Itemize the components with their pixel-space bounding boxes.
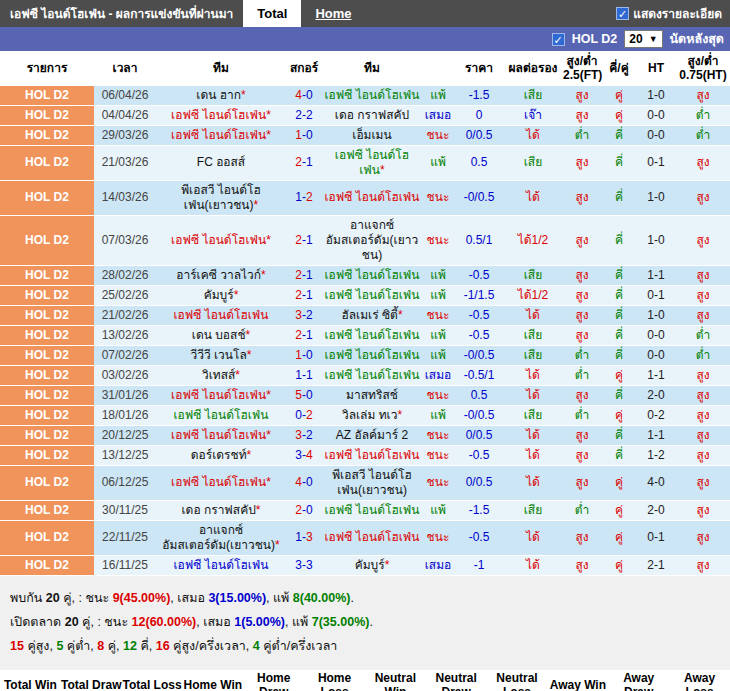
score-cell: 1-3: [286, 520, 322, 555]
stats-header: Neutral Win: [365, 670, 426, 691]
over-under-ft-cell: ต่ำ: [562, 405, 602, 425]
league-cell: HOL D2: [0, 145, 94, 180]
stats-header: Neutral Draw: [426, 670, 487, 691]
title-bar: เอฟซี ไอนด์โฮเฟ่น - ผลการแข่งขันที่ผ่านม…: [0, 0, 730, 27]
odd-even-cell: คี่: [602, 425, 636, 445]
team2-cell[interactable]: AZ อัลค์มาร์ 2: [322, 425, 422, 445]
over-under-ht-cell: สูง: [676, 365, 730, 385]
team1-cell[interactable]: เอฟซี ไอนด์โฮเฟ่น: [156, 405, 286, 425]
team2-cell[interactable]: มาสทริสช์: [322, 385, 422, 405]
team1-cell[interactable]: คัมบูร์*: [156, 285, 286, 305]
league-cell: HOL D2: [0, 265, 94, 285]
tab-total[interactable]: Total: [243, 0, 301, 27]
stats-header: Home Win: [182, 670, 243, 691]
date-cell: 22/11/25: [94, 520, 156, 555]
team1-cell[interactable]: เอฟซี ไอนด์โฮเฟ่น*: [156, 105, 286, 125]
odd-even-cell: คู่: [602, 105, 636, 125]
team1-cell[interactable]: เอฟซี ไอนด์โฮเฟ่น*: [156, 385, 286, 405]
score-cell: 1-0: [286, 125, 322, 145]
team2-cell[interactable]: เอฟซี ไอนด์โฮเฟ่น: [322, 180, 422, 215]
team2-cell[interactable]: เอฟซี ไอนด์โฮเฟ่น: [322, 520, 422, 555]
team2-cell[interactable]: ฮัลเมเร่ ซิตี้*: [322, 305, 422, 325]
league-cell: HOL D2: [0, 365, 94, 385]
handicap-result-cell: เสีย: [504, 86, 562, 106]
team2-cell[interactable]: พีเอสวี ไอนด์โฮเฟ่น(เยาวชน): [322, 465, 422, 500]
summary-segment: , เสมอ: [196, 615, 234, 629]
league-cell: HOL D2: [0, 105, 94, 125]
date-cell: 06/04/26: [94, 86, 156, 106]
match-count-select[interactable]: 20 ▼: [624, 30, 662, 48]
date-cell: 30/11/25: [94, 500, 156, 520]
over-under-ft-cell: สูง: [562, 215, 602, 265]
handicap-price-cell: 0.5/1: [454, 215, 504, 265]
handicap-result-cell: เสีย: [504, 325, 562, 345]
over-under-ht-cell: ต่ำ: [676, 325, 730, 345]
tab-home[interactable]: Home: [301, 0, 365, 27]
team2-cell[interactable]: วิลเล่ม ทเว*: [322, 405, 422, 425]
handicap-price-cell: -0/0.5: [454, 345, 504, 365]
team2-cell[interactable]: คัมบูร์*: [322, 555, 422, 575]
team1-cell[interactable]: วีวีวี เวนโล*: [156, 345, 286, 365]
team1-cell[interactable]: FC ออสส์: [156, 145, 286, 180]
stats-header: Home Draw: [243, 670, 304, 691]
team2-cell[interactable]: เอฟซี ไอนด์โฮเฟ่น: [322, 325, 422, 345]
show-details-checkbox[interactable]: ✓: [616, 7, 629, 20]
team2-cell[interactable]: เอฟซี ไอนด์โฮเฟ่น: [322, 365, 422, 385]
handicap-price-cell: 0: [454, 105, 504, 125]
column-header: คี่/คู่: [602, 51, 636, 86]
ht-score-cell: 2-1: [636, 555, 676, 575]
over-under-ht-cell: สูง: [676, 385, 730, 405]
result-cell: ชนะ: [422, 385, 454, 405]
odd-even-cell: คี่: [602, 305, 636, 325]
team2-cell[interactable]: เดอ กราฟสคัป: [322, 105, 422, 125]
team1-cell[interactable]: เดอ กราฟสคัป*: [156, 500, 286, 520]
team1-cell[interactable]: ดอร์เดรชท์*: [156, 445, 286, 465]
summary-line-2: เปิดตลาด 20 คู่, : ชนะ 12(60.00%), เสมอ …: [10, 612, 720, 632]
team1-cell[interactable]: วิเทสส์*: [156, 365, 286, 385]
league-checkbox[interactable]: ✓: [552, 33, 565, 46]
match-row: HOL D2 29/03/26 เอฟซี ไอนด์โฮเฟ่น* 1-0 เ…: [0, 125, 730, 145]
team1-cell[interactable]: เดน บอสช์*: [156, 325, 286, 345]
result-cell: ชนะ: [422, 125, 454, 145]
team1-cell[interactable]: เอฟซี ไอนด์โฮเฟ่น*: [156, 125, 286, 145]
summary-segment: .: [369, 615, 372, 629]
team1-cell[interactable]: เอฟซี ไอนด์โฮเฟ่น*: [156, 425, 286, 445]
results-header-row: รายการเวลาทีมสกอร์ทีมราคาผลต่อรองสูง/ต่ำ…: [0, 51, 730, 86]
team1-cell[interactable]: เดน ฮาก*: [156, 86, 286, 106]
team1-cell[interactable]: เอฟซี ไอนด์โฮเฟ่น*: [156, 465, 286, 500]
column-header: [422, 51, 454, 86]
team1-cell[interactable]: อาแจกซ์ อัมสเตอร์ดัม(เยาวชน)*: [156, 520, 286, 555]
team2-cell[interactable]: เอฟซี ไอนด์โฮเฟ่น: [322, 86, 422, 106]
summary-segment: 9(45.00%): [113, 591, 171, 605]
team1-cell[interactable]: อาร์เคซี วาลไวก์*: [156, 265, 286, 285]
page: เอฟซี ไอนด์โฮเฟ่น - ผลการแข่งขันที่ผ่านม…: [0, 0, 730, 691]
team2-cell[interactable]: เอฟซี ไอนด์โฮเฟ่น: [322, 285, 422, 305]
team1-cell[interactable]: เอฟซี ไอนด์โฮเฟ่น: [156, 305, 286, 325]
team2-cell[interactable]: เอ็มเมน: [322, 125, 422, 145]
team2-cell[interactable]: เอฟซี ไอนด์โฮเฟ่น: [322, 265, 422, 285]
ht-score-cell: 0-1: [636, 520, 676, 555]
team2-cell[interactable]: เอฟซี ไอนด์โฮเฟ่น: [322, 345, 422, 365]
team1-cell[interactable]: เอฟซี ไอนด์โฮเฟ่น: [156, 555, 286, 575]
summary-segment: , แพ้: [285, 615, 312, 629]
league-cell: HOL D2: [0, 405, 94, 425]
team1-cell[interactable]: พีเอสวี ไอนด์โฮเฟ่น(เยาวชน)*: [156, 180, 286, 215]
column-header: สกอร์: [286, 51, 322, 86]
team2-cell[interactable]: เอฟซี ไอนด์โฮเฟ่น*: [322, 145, 422, 180]
over-under-ht-cell: สูง: [676, 215, 730, 265]
team2-cell[interactable]: เอฟซี ไอนด์โฮเฟ่น: [322, 500, 422, 520]
result-cell: ชนะ: [422, 215, 454, 265]
league-cell: HOL D2: [0, 520, 94, 555]
over-under-ft-cell: สูง: [562, 325, 602, 345]
team2-cell[interactable]: เอฟซี ไอนด์โฮเฟ่น: [322, 445, 422, 465]
over-under-ft-cell: สูง: [562, 445, 602, 465]
odd-even-cell: คี่: [602, 445, 636, 465]
handicap-price-cell: 0/0.5: [454, 425, 504, 445]
result-cell: แพ้: [422, 405, 454, 425]
over-under-ht-cell: สูง: [676, 145, 730, 180]
team2-cell[interactable]: อาแจกซ์ อัมสเตอร์ดัม(เยาวชน): [322, 215, 422, 265]
match-row: HOL D2 13/02/26 เดน บอสช์* 2-1 เอฟซี ไอน…: [0, 325, 730, 345]
team1-cell[interactable]: เอฟซี ไอนด์โฮเฟ่น*: [156, 215, 286, 265]
summary-segment: เปิดตลาด: [10, 615, 65, 629]
handicap-price-cell: -0.5: [454, 325, 504, 345]
